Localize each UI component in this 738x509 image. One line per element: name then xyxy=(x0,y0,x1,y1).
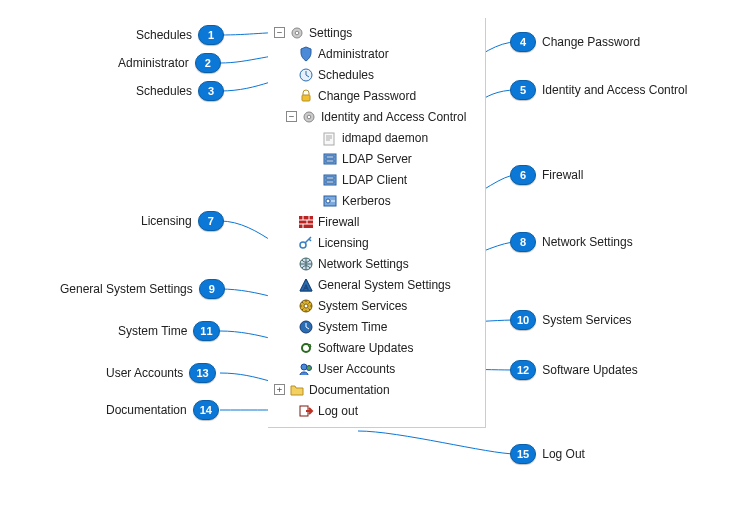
callout-10: 10 System Services xyxy=(510,310,638,330)
tree-node-licensing[interactable]: Licensing xyxy=(270,232,483,253)
ldap-icon xyxy=(322,172,338,188)
callout-4: 4 Change Password xyxy=(510,32,646,52)
tree-node-general[interactable]: A General System Settings xyxy=(270,274,483,295)
svg-rect-15 xyxy=(299,216,313,228)
tree-node-services[interactable]: System Services xyxy=(270,295,483,316)
svg-rect-11 xyxy=(326,177,334,179)
callout-badge: 10 xyxy=(510,310,536,330)
svg-rect-9 xyxy=(326,160,334,162)
callout-5: 5 Identity and Access Control xyxy=(510,80,693,100)
tree-node-schedules[interactable]: Schedules xyxy=(270,64,483,85)
tree-node-idmapd[interactable]: idmapd daemon xyxy=(270,127,483,148)
callout-text: Documentation xyxy=(106,403,187,417)
settings-tree: − Settings Administrator Schedules Chang… xyxy=(268,18,486,428)
callout-3: Schedules 3 xyxy=(130,81,224,101)
refresh-icon xyxy=(298,340,314,356)
callout-text: User Accounts xyxy=(106,366,183,380)
callout-badge: 12 xyxy=(510,360,536,380)
callout-13: User Accounts 13 xyxy=(100,363,216,383)
callout-text: Administrator xyxy=(118,56,189,70)
callout-text: Schedules xyxy=(136,28,192,42)
folder-icon xyxy=(289,382,305,398)
tree-label: Change Password xyxy=(318,89,416,103)
lock-icon xyxy=(298,88,314,104)
callout-text: System Time xyxy=(118,324,187,338)
callout-text: Identity and Access Control xyxy=(542,83,687,97)
tree-label: System Time xyxy=(318,320,387,334)
tree-label: Network Settings xyxy=(318,257,409,271)
callout-6: 6 Firewall xyxy=(510,165,589,185)
svg-point-14 xyxy=(326,199,330,203)
tree-node-ldap-client[interactable]: LDAP Client xyxy=(270,169,483,190)
callout-text: Schedules xyxy=(136,84,192,98)
tree-node-firewall[interactable]: Firewall xyxy=(270,211,483,232)
callout-12: 12 Software Updates xyxy=(510,360,644,380)
callout-badge: 13 xyxy=(189,363,215,383)
tree-node-change-password[interactable]: Change Password xyxy=(270,85,483,106)
callout-11: System Time 11 xyxy=(112,321,220,341)
callout-15: 15 Log Out xyxy=(510,444,591,464)
clock-icon xyxy=(298,319,314,335)
gear-icon xyxy=(301,109,317,125)
tree-node-iac[interactable]: − Identity and Access Control xyxy=(270,106,483,127)
admin-icon xyxy=(298,46,314,62)
callout-text: General System Settings xyxy=(60,282,193,296)
tree-node-users[interactable]: User Accounts xyxy=(270,358,483,379)
daemon-icon xyxy=(322,130,338,146)
triangle-icon: A xyxy=(298,277,314,293)
tree-node-administrator[interactable]: Administrator xyxy=(270,43,483,64)
callout-14: Documentation 14 xyxy=(100,400,219,420)
tree-label: LDAP Server xyxy=(342,152,412,166)
callout-badge: 2 xyxy=(195,53,221,73)
callout-text: Log Out xyxy=(542,447,585,461)
tree-node-time[interactable]: System Time xyxy=(270,316,483,337)
tree-node-network[interactable]: Network Settings xyxy=(270,253,483,274)
collapse-icon[interactable]: − xyxy=(274,27,285,38)
tree-node-logout[interactable]: Log out xyxy=(270,400,483,421)
tree-node-settings[interactable]: − Settings xyxy=(270,22,483,43)
tree-node-kerberos[interactable]: Kerberos xyxy=(270,190,483,211)
tree-label: System Services xyxy=(318,299,407,313)
callout-badge: 15 xyxy=(510,444,536,464)
callout-badge: 11 xyxy=(193,321,219,341)
callout-badge: 4 xyxy=(510,32,536,52)
logout-icon xyxy=(298,403,314,419)
callout-text: Network Settings xyxy=(542,235,633,249)
tree-label: Software Updates xyxy=(318,341,413,355)
callout-8: 8 Network Settings xyxy=(510,232,639,252)
ldap-icon xyxy=(322,151,338,167)
callout-badge: 1 xyxy=(198,25,224,45)
tree-label: Kerberos xyxy=(342,194,391,208)
tree-label: idmapd daemon xyxy=(342,131,428,145)
tree-label: LDAP Client xyxy=(342,173,407,187)
tree-label: Firewall xyxy=(318,215,359,229)
tree-node-updates[interactable]: Software Updates xyxy=(270,337,483,358)
svg-rect-8 xyxy=(326,156,334,158)
tree-label: User Accounts xyxy=(318,362,395,376)
callout-2: Administrator 2 xyxy=(112,53,221,73)
tree-label: Log out xyxy=(318,404,358,418)
kerberos-icon xyxy=(322,193,338,209)
wheel-icon xyxy=(298,298,314,314)
callout-text: Change Password xyxy=(542,35,640,49)
tree-label: Schedules xyxy=(318,68,374,82)
globe-icon xyxy=(298,256,314,272)
collapse-icon[interactable]: − xyxy=(286,111,297,122)
callout-1: Schedules 1 xyxy=(130,25,224,45)
tree-label: Settings xyxy=(309,26,352,40)
callout-badge: 9 xyxy=(199,279,225,299)
tree-node-docs[interactable]: + Documentation xyxy=(270,379,483,400)
svg-rect-3 xyxy=(302,95,310,101)
clock-icon xyxy=(298,67,314,83)
svg-point-23 xyxy=(307,365,312,370)
svg-text:A: A xyxy=(303,283,309,292)
callout-badge: 8 xyxy=(510,232,536,252)
callout-badge: 6 xyxy=(510,165,536,185)
expand-icon[interactable]: + xyxy=(274,384,285,395)
tree-node-ldap-server[interactable]: LDAP Server xyxy=(270,148,483,169)
callout-9: General System Settings 9 xyxy=(54,279,225,299)
svg-rect-12 xyxy=(326,181,334,183)
callout-text: Licensing xyxy=(141,214,192,228)
key-icon xyxy=(298,235,314,251)
users-icon xyxy=(298,361,314,377)
